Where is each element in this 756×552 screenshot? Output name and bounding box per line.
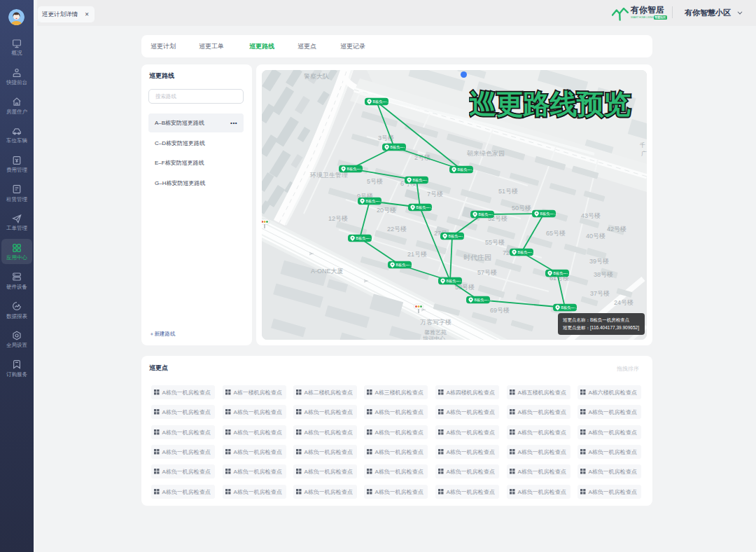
svg-text:50号楼: 50号楼 <box>512 205 531 212</box>
svg-text:培训中心: 培训中心 <box>422 336 445 340</box>
svg-text:B栋负一-...: B栋负一-... <box>413 178 430 183</box>
svg-text:时代庄园: 时代庄园 <box>463 254 491 261</box>
svg-text:58号楼: 58号楼 <box>455 284 475 291</box>
svg-text:B栋负一-...: B栋负一-... <box>356 236 374 241</box>
svg-text:B栋负一-...: B栋负一-... <box>366 199 384 204</box>
svg-text:21号楼: 21号楼 <box>407 251 427 258</box>
svg-text:B栋负一-...: B栋负一-... <box>479 212 496 217</box>
svg-text:警察大队: 警察大队 <box>304 73 329 80</box>
svg-text:55号楼: 55号楼 <box>485 239 505 246</box>
svg-text:57号楼: 57号楼 <box>477 269 497 276</box>
svg-text:65号楼: 65号楼 <box>546 230 566 237</box>
svg-text:万客写字楼: 万客写字楼 <box>420 319 451 326</box>
svg-text:广: 广 <box>641 151 647 157</box>
svg-text:24号楼: 24号楼 <box>614 299 634 306</box>
svg-text:B栋负一-...: B栋负一-... <box>391 145 408 150</box>
svg-text:巡更路线预览: 巡更路线预览 <box>469 89 631 119</box>
svg-text:A-ONE大厦: A-ONE大厦 <box>311 268 344 275</box>
svg-text:51号楼: 51号楼 <box>498 188 518 195</box>
svg-text:B栋负一-...: B栋负一-... <box>449 234 466 239</box>
svg-text:环境卫生管理: 环境卫生管理 <box>309 172 348 179</box>
svg-text:B栋负一-...: B栋负一-... <box>540 212 558 216</box>
svg-text:B栋负一-...: B栋负一-... <box>561 305 579 310</box>
svg-text:40号楼: 40号楼 <box>586 233 606 240</box>
svg-text:42号楼: 42号楼 <box>607 226 626 233</box>
svg-text:B栋负一-...: B栋负一-... <box>518 250 536 255</box>
svg-text:38号楼: 38号楼 <box>594 271 613 278</box>
svg-text:B栋负一-...: B栋负一-... <box>347 167 365 172</box>
svg-text:B栋负一-...: B栋负一-... <box>458 167 475 172</box>
svg-text:B栋负一-...: B栋负一-... <box>373 99 391 104</box>
svg-text:千: 千 <box>639 142 645 149</box>
svg-text:12号楼: 12号楼 <box>328 215 348 222</box>
svg-text:馨雅艺苑: 馨雅艺苑 <box>424 329 447 336</box>
svg-text:朝来绿色家园: 朝来绿色家园 <box>467 150 505 157</box>
svg-text:B栋负一-...: B栋负一-... <box>554 271 571 276</box>
svg-text:B栋负一-...: B栋负一-... <box>396 263 414 268</box>
svg-text:37号楼: 37号楼 <box>590 290 610 297</box>
svg-text:5号楼: 5号楼 <box>367 178 383 185</box>
svg-text:43号楼: 43号楼 <box>581 212 601 219</box>
svg-text:7号楼: 7号楼 <box>427 191 443 198</box>
svg-text:B栋负一-...: B栋负一-... <box>447 279 464 284</box>
svg-text:22号楼: 22号楼 <box>387 226 407 233</box>
svg-text:20号楼: 20号楼 <box>377 207 396 214</box>
svg-text:69号楼: 69号楼 <box>490 307 510 314</box>
svg-text:39号楼: 39号楼 <box>589 258 609 265</box>
svg-text:B栋负一-...: B栋负一-... <box>416 205 434 210</box>
svg-text:B栋负一-...: B栋负一-... <box>475 298 492 303</box>
